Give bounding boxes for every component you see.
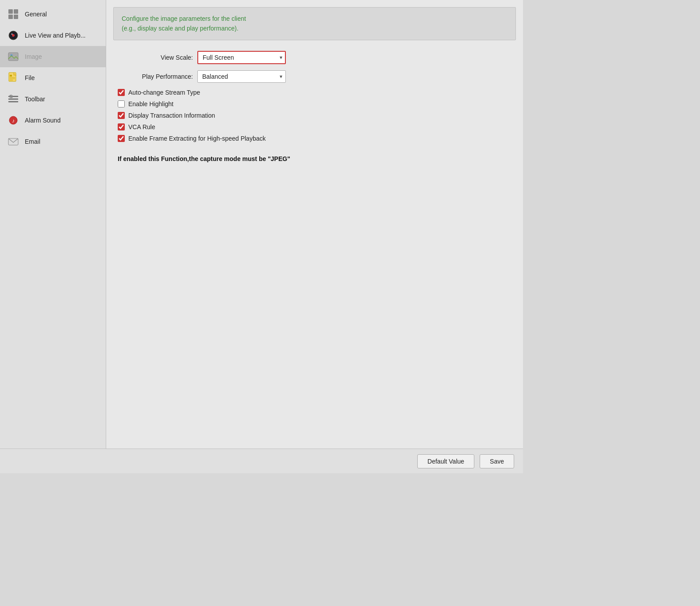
sidebar-item-alarm-sound-label: Alarm Sound <box>25 117 61 124</box>
play-performance-select[interactable]: Balanced Fluent Real-time <box>197 70 286 83</box>
enable-frame-label[interactable]: Enable Frame Extracting for High-speed P… <box>128 135 265 142</box>
sidebar-item-alarm-sound[interactable]: ♪ Alarm Sound <box>0 110 106 131</box>
sidebar-item-image-label: Image <box>25 53 42 60</box>
view-scale-row: View Scale: Full Screen 4:3 16:9 Origina… <box>113 51 516 64</box>
alarm-sound-icon: ♪ <box>7 114 19 127</box>
auto-change-stream-checkbox[interactable] <box>118 89 125 96</box>
svg-text:♪: ♪ <box>12 118 15 124</box>
live-view-icon <box>7 29 19 42</box>
display-transaction-label[interactable]: Display Transaction Information <box>128 112 215 119</box>
info-text-line1: Configure the image parameters for the c… <box>122 14 508 23</box>
view-scale-select[interactable]: Full Screen 4:3 16:9 Original <box>197 51 286 64</box>
sidebar-item-live-view-label: Live View and Playb... <box>25 32 86 39</box>
view-scale-label: View Scale: <box>113 54 193 61</box>
sidebar-item-live-view[interactable]: Live View and Playb... <box>0 25 106 46</box>
save-button[interactable]: Save <box>480 454 514 468</box>
view-scale-select-wrapper: Full Screen 4:3 16:9 Original ▾ <box>197 51 286 64</box>
sidebar-item-general[interactable]: General <box>0 4 106 25</box>
checkbox-auto-change-stream-row: Auto-change Stream Type <box>118 89 516 96</box>
file-icon <box>7 72 19 84</box>
content-area: Configure the image parameters for the c… <box>106 0 523 449</box>
general-icon <box>7 8 19 20</box>
play-performance-row: Play Performance: Balanced Fluent Real-t… <box>113 70 516 83</box>
sidebar-item-email[interactable]: Email <box>0 131 106 152</box>
email-icon <box>7 135 19 148</box>
enable-frame-checkbox[interactable] <box>118 135 125 142</box>
svg-rect-8 <box>8 53 18 61</box>
svg-rect-1 <box>14 9 18 14</box>
info-box: Configure the image parameters for the c… <box>113 7 516 40</box>
sidebar-item-toolbar[interactable]: Toolbar <box>0 88 106 110</box>
svg-rect-3 <box>14 15 18 19</box>
vca-rule-label[interactable]: VCA Rule <box>128 123 155 130</box>
info-text-line2: (e.g., display scale and play performanc… <box>122 23 508 33</box>
auto-change-stream-label[interactable]: Auto-change Stream Type <box>128 89 200 96</box>
sidebar-item-general-label: General <box>25 11 47 18</box>
image-icon <box>7 50 19 63</box>
sidebar: General Live View and Playb... <box>0 0 106 449</box>
svg-rect-2 <box>8 15 13 19</box>
sidebar-item-email-label: Email <box>25 138 40 145</box>
checkbox-display-transaction-row: Display Transaction Information <box>118 112 516 119</box>
play-performance-select-wrapper: Balanced Fluent Real-time ▾ <box>197 70 286 83</box>
checkbox-vca-rule-row: VCA Rule <box>118 123 516 130</box>
checkbox-enable-frame-row: Enable Frame Extracting for High-speed P… <box>118 135 516 142</box>
sidebar-item-image[interactable]: Image <box>0 46 106 67</box>
svg-point-7 <box>12 34 13 35</box>
sidebar-item-file[interactable]: File <box>0 67 106 88</box>
svg-rect-0 <box>8 9 13 14</box>
enable-highlight-checkbox[interactable] <box>118 100 125 107</box>
display-transaction-checkbox[interactable] <box>118 112 125 119</box>
sidebar-item-file-label: File <box>25 74 35 81</box>
vca-rule-checkbox[interactable] <box>118 123 125 130</box>
sidebar-item-toolbar-label: Toolbar <box>25 96 45 103</box>
play-performance-label: Play Performance: <box>113 73 193 80</box>
enable-highlight-label[interactable]: Enable Highlight <box>128 100 173 107</box>
toolbar-icon <box>7 93 19 105</box>
notice-text: If enabled this Function,the capture mod… <box>118 155 516 162</box>
settings-area: View Scale: Full Screen 4:3 16:9 Origina… <box>113 49 516 164</box>
checkbox-enable-highlight-row: Enable Highlight <box>118 100 516 107</box>
main-layout: General Live View and Playb... <box>0 0 523 449</box>
default-value-button[interactable]: Default Value <box>417 454 474 468</box>
bottom-bar: Default Value Save <box>0 449 523 473</box>
svg-rect-11 <box>10 75 12 77</box>
